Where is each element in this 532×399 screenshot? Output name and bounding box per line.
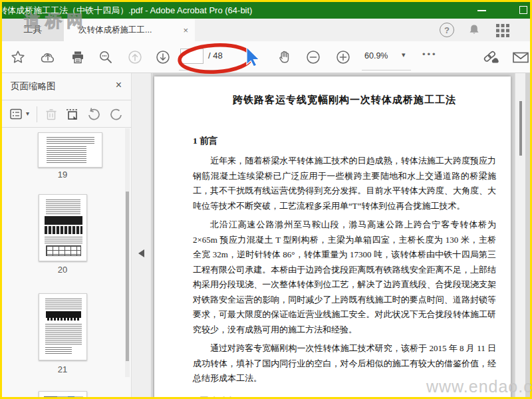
panel-toolbar: ▾ (2, 101, 131, 128)
rotate-clockwise-icon[interactable] (108, 106, 124, 122)
paragraph-3: 通过对跨客专宽幅刚构一次性转体施工技术研究，该桥于 2015 年 8 月 11 … (193, 341, 496, 386)
help-icon[interactable]: ? (440, 23, 454, 37)
email-icon[interactable] (511, 49, 530, 65)
document-area: 跨铁路客运专线宽幅刚构一次转体成桥施工工法 1 前言 近年来，随着桥梁水平转体施… (152, 73, 530, 397)
thumbnail-list: 19 20 21 (2, 128, 123, 397)
sidebar-scrollbar[interactable] (125, 128, 130, 377)
thumbnail-page-21[interactable] (39, 293, 87, 360)
hand-tool-icon[interactable] (277, 49, 293, 65)
crop-pages-icon[interactable] (65, 106, 80, 122)
more-options-button[interactable]: ••• (422, 49, 438, 59)
window-title: 转体成桥施工工法（中铁十四局）.pdf - Adobe Acrobat Pro … (2, 5, 252, 17)
zoom-in-icon[interactable] (335, 49, 351, 65)
share-link-icon[interactable] (481, 49, 501, 65)
share-upload-icon[interactable] (40, 49, 56, 65)
sidebar-scrollbar-thumb[interactable] (126, 192, 129, 361)
section-heading-1: 1 前言 (193, 135, 496, 147)
print-icon[interactable] (70, 49, 86, 65)
toolbar-divider (37, 106, 37, 122)
options-caret-icon[interactable]: ▾ (26, 110, 29, 117)
options-menu-icon[interactable] (9, 106, 25, 122)
delete-page-icon[interactable] (43, 106, 59, 122)
document-title: 跨铁路客运专线宽幅刚构一次转体成桥施工工法 (193, 94, 496, 106)
tab-close-icon[interactable]: × (183, 25, 188, 35)
rotate-counterclockwise-icon[interactable] (86, 106, 102, 122)
app-window: 转体成桥施工工法（中铁十四局）.pdf - Adobe Acrobat Pro … (0, 0, 532, 399)
document-scrollbar[interactable] (515, 73, 525, 397)
search-icon[interactable] (98, 49, 114, 65)
tab-bar: 工具 次转体成桥施工工... × ? (2, 19, 530, 41)
page-total-label: / 48 (208, 51, 223, 61)
main-area: 页面缩略图 × ▾ (2, 73, 530, 397)
chevron-down-icon[interactable]: ▾ (402, 51, 406, 59)
document-scrollbar-thumb[interactable] (519, 101, 522, 156)
thumbnail-label-21: 21 (2, 364, 123, 374)
thumbnail-page-20[interactable] (39, 194, 87, 261)
main-toolbar: / 48 60.9% ▾ ••• (2, 41, 530, 73)
zoom-out-icon[interactable] (305, 49, 321, 65)
tools-tab-label: 工具 (24, 24, 43, 36)
document-tab-label: 次转体成桥施工工... (78, 25, 178, 36)
pane-collapse-strip (131, 73, 152, 397)
tab-tools[interactable]: 工具 (2, 19, 64, 41)
zoom-level-value[interactable]: 60.9% (364, 51, 388, 61)
minimize-button[interactable] (477, 10, 486, 11)
thumbnail-label-20: 20 (2, 265, 123, 275)
favorites-star-icon[interactable] (10, 49, 26, 65)
page-group-underline (179, 70, 236, 70)
thumbnail-page-19[interactable] (38, 132, 102, 168)
previous-page-icon[interactable] (127, 49, 143, 65)
title-bar: 转体成桥施工工法（中铁十四局）.pdf - Adobe Acrobat Pro … (2, 2, 530, 19)
section-heading-2: 2 工法特点 (193, 396, 496, 398)
panel-header: 页面缩略图 × (2, 73, 131, 100)
paragraph-1: 近年来，随着桥梁水平转体施工技术的日趋成熟，转体法施工大跨度预应力钢筋混凝土连续… (193, 154, 496, 213)
pdf-page: 跨铁路客运专线宽幅刚构一次转体成桥施工工法 1 前言 近年来，随着桥梁水平转体施… (154, 76, 511, 397)
maximize-button[interactable] (519, 6, 527, 14)
apps-grid-icon[interactable] (494, 21, 511, 39)
panel-title: 页面缩略图 (11, 80, 56, 92)
notifications-bell-icon[interactable] (466, 22, 482, 38)
tab-document[interactable]: 次转体成桥施工工... × (64, 19, 195, 41)
next-page-icon[interactable] (155, 49, 171, 65)
page-number-input[interactable] (180, 49, 203, 64)
panel-close-icon[interactable]: × (116, 79, 122, 91)
thumbnails-panel: 页面缩略图 × ▾ (2, 73, 131, 397)
collapse-pane-icon[interactable] (138, 249, 144, 257)
thumbnail-label-19: 19 (2, 170, 123, 180)
paragraph-2: 北沿江高速公路滁州至马鞍山段，滁马高速公路上跨合宁客专转体桥为 2×65m 预应… (193, 217, 496, 337)
thumbnail-page-22[interactable] (39, 391, 87, 397)
zoom-group-underline (362, 70, 411, 70)
